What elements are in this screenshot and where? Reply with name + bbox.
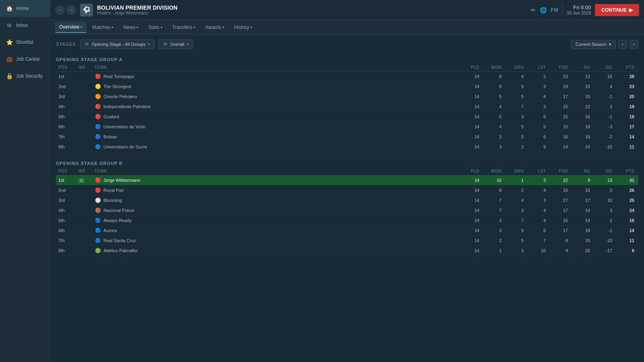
row-pld: 14: [459, 124, 481, 129]
tab-matches[interactable]: Matches ▾: [88, 22, 118, 33]
group-b-rows: 1st C 🔴 Jorge Wilstermann 14 10 1 3 22 9…: [56, 175, 638, 256]
row-team: 🔴 Royal Pari: [95, 187, 459, 193]
table-row[interactable]: 2nd 🔴 Royal Pari 14 8 2 4 16 16 0 26: [56, 185, 638, 195]
col-gd-header-b: GD: [592, 169, 614, 173]
row-pld: 14: [459, 188, 481, 193]
tab-history[interactable]: History ▾: [230, 22, 256, 33]
stage-dropdown-arrow: ▾: [148, 42, 150, 46]
row-lst: 6: [525, 228, 547, 233]
sidebar: 🏠 Home ✉ Inbox ⭐ Shortlist 💼 Job Centre …: [0, 0, 50, 362]
row-won: 10: [481, 178, 503, 183]
table-row[interactable]: 5th 🔴 Guabirá 14 5 3 6 15 16 -1 18: [56, 112, 638, 122]
row-lst: 2: [525, 74, 547, 79]
row-gd: 3: [592, 104, 614, 109]
table-row[interactable]: 3rd 🟠 Oriente Petrolero 14 5 5 4 17 18 -…: [56, 92, 638, 102]
row-for: 17: [547, 208, 570, 213]
tab-history-arrow: ▾: [250, 25, 252, 29]
season-select-label: Current Season: [576, 42, 607, 47]
row-for: 9: [547, 248, 570, 253]
row-pld: 14: [459, 114, 481, 119]
row-pos: 6th: [58, 228, 78, 233]
team-name: Aurora: [103, 228, 117, 233]
row-gd: -1: [592, 228, 614, 233]
divider: [562, 4, 563, 16]
team-name: The Strongest: [103, 84, 131, 89]
tab-transfers-arrow: ▾: [194, 25, 196, 29]
row-gd: 10: [592, 198, 614, 203]
time-display: Fri 8:00: [567, 4, 591, 10]
row-pts: 23: [614, 84, 636, 89]
sidebar-item-home[interactable]: 🏠 Home: [0, 0, 50, 17]
table-row[interactable]: 1st 🔴 Real Tomayapo 14 8 4 2 23 13 10 28: [56, 72, 638, 82]
next-page-button[interactable]: ›: [630, 40, 638, 49]
col-pos-header-b: POS: [58, 169, 78, 173]
row-team: 🔴 Real Tomayapo: [95, 73, 459, 80]
team-crest-icon: 🔴: [95, 187, 101, 193]
team-crest-icon: 🔵: [95, 217, 101, 224]
sidebar-item-job-centre[interactable]: 💼 Job Centre: [0, 51, 50, 68]
row-lst: 3: [525, 178, 547, 183]
tab-news-arrow: ▾: [136, 25, 138, 29]
inbox-icon: ✉: [6, 22, 13, 29]
table-row[interactable]: 7th 🔵 Real Santa Cruz 14 2 5 7 8 18 -10 …: [56, 236, 638, 246]
date-display: 30 Jun 2028: [567, 10, 591, 15]
row-ag: 24: [570, 144, 592, 149]
row-team: 🟤 Nacional Potosí: [95, 207, 459, 214]
row-for: 16: [547, 188, 570, 193]
continue-button[interactable]: CONTINUE ▶: [595, 4, 639, 16]
row-lst: 3: [525, 198, 547, 203]
forward-button[interactable]: →: [66, 5, 76, 15]
table-row[interactable]: 6th 🔵 Aurora 14 3 5 6 17 18 -1 14: [56, 226, 638, 236]
row-lst: 6: [525, 114, 547, 119]
sidebar-item-inbox[interactable]: ✉ Inbox: [0, 17, 50, 34]
prev-page-button[interactable]: ‹: [618, 40, 627, 49]
group-a-title: OPENING STAGE GROUP A: [56, 55, 638, 64]
edit-icon[interactable]: ✏: [531, 7, 536, 13]
table-row[interactable]: 8th 🔵 Universitario de Sucre 14 3 2 9 14…: [56, 142, 638, 152]
tab-overview[interactable]: Overview ▾: [55, 22, 87, 33]
overall-dropdown[interactable]: 👁 Overall ▾: [159, 39, 193, 49]
row-gd: 3: [592, 208, 614, 213]
row-pos: 8th: [58, 248, 78, 253]
row-lst: 9: [525, 144, 547, 149]
tab-stats[interactable]: Stats ▾: [144, 22, 166, 33]
stage-dropdown[interactable]: 👁 Opening Stage - All Groups ▾: [80, 39, 155, 49]
row-pts: 6: [614, 248, 636, 253]
sidebar-item-job-security[interactable]: 🔒 Job Security: [0, 68, 50, 84]
row-pts: 20: [614, 94, 636, 99]
back-button[interactable]: ←: [55, 5, 65, 15]
team-name: Nacional Potosí: [103, 208, 134, 213]
row-pld: 14: [459, 228, 481, 233]
table-row[interactable]: 8th 🟢 Atlético Palmaflor 14 1 3 10 9 26 …: [56, 246, 638, 256]
table-row[interactable]: 2nd 🟡 The Strongest 14 6 5 3 19 15 4 23: [56, 82, 638, 92]
row-drn: 1: [503, 178, 525, 183]
comp-title-sub: Holders - Jorge Wilstermann: [97, 11, 527, 15]
globe-icon[interactable]: 🌐: [540, 7, 547, 13]
tab-transfers[interactable]: Transfers ▾: [168, 22, 200, 33]
row-drn: 2: [503, 144, 525, 149]
team-name: Blooming: [103, 198, 122, 203]
tab-awards[interactable]: Awards ▾: [201, 22, 229, 33]
row-lst: 7: [525, 238, 547, 243]
row-pld: 14: [459, 248, 481, 253]
table-row[interactable]: 3rd ⚪ Blooming 14 7 4 3 27 17 10 25: [56, 195, 638, 206]
sidebar-item-shortlist[interactable]: ⭐ Shortlist: [0, 34, 50, 51]
row-pld: 14: [459, 144, 481, 149]
col-pts-header-b: PTS: [614, 169, 636, 173]
row-pos: 7th: [58, 238, 78, 243]
season-dropdown[interactable]: Current Season ▾: [571, 40, 616, 49]
table-row[interactable]: 1st C 🔴 Jorge Wilstermann 14 10 1 3 22 9…: [56, 175, 638, 185]
home-icon: 🏠: [6, 5, 13, 12]
row-drn: 5: [503, 238, 525, 243]
row-team: 🔵 Universitario de Sucre: [95, 144, 459, 150]
row-drn: 2: [503, 188, 525, 193]
table-row[interactable]: 4th 🟤 Nacional Potosí 14 7 3 4 17 14 3 2…: [56, 206, 638, 216]
table-row[interactable]: 4th 🔴 Independiente Petrolero 14 4 7 3 1…: [56, 102, 638, 112]
table-row[interactable]: 5th 🔵 Always Ready 14 3 7 4 16 14 2 16: [56, 216, 638, 226]
table-row[interactable]: 7th 🔵 Bolivar 14 3 5 6 16 18 -2 14: [56, 132, 638, 142]
table-row[interactable]: 6th 🔵 Universitario de Vinto 14 4 5 5 15…: [56, 122, 638, 132]
tab-news[interactable]: News ▾: [119, 22, 142, 33]
row-pld: 14: [459, 104, 481, 109]
col-inf-header: INF: [78, 65, 95, 70]
row-won: 2: [481, 238, 503, 243]
